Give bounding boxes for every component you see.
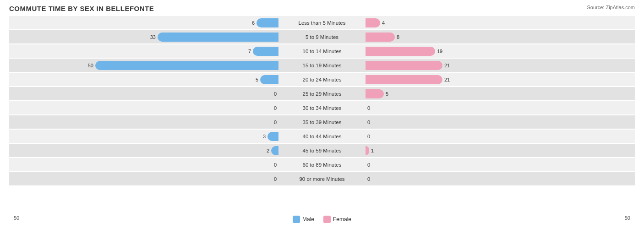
row-label: 30 to 34 Minutes xyxy=(281,105,363,111)
right-section: 8 xyxy=(363,33,635,42)
male-value: 6 xyxy=(246,20,255,26)
table-row: 0 90 or more Minutes 0 xyxy=(9,172,635,185)
left-section: 7 xyxy=(9,47,281,56)
female-bar xyxy=(366,61,442,70)
table-row: 33 5 to 9 Minutes 8 xyxy=(9,30,635,43)
legend: Male Female xyxy=(293,216,351,223)
female-value: 1 xyxy=(371,148,380,153)
table-row: 5 20 to 24 Minutes 21 xyxy=(9,73,635,86)
chart-area: 6 Less than 5 Minutes 4 33 5 to 9 Minute… xyxy=(9,16,635,213)
right-section: 21 xyxy=(363,61,635,70)
row-label: 25 to 29 Minutes xyxy=(281,91,363,97)
female-color-box xyxy=(323,216,331,223)
left-section: 50 xyxy=(9,61,281,70)
row-label: 5 to 9 Minutes xyxy=(281,34,363,40)
left-section: 2 xyxy=(9,146,281,155)
row-label: 40 to 44 Minutes xyxy=(281,134,363,139)
female-value: 0 xyxy=(367,176,377,182)
row-label: 15 to 19 Minutes xyxy=(281,63,363,68)
table-row: 6 Less than 5 Minutes 4 xyxy=(9,16,635,29)
male-value: 0 xyxy=(267,120,277,125)
female-bar xyxy=(366,146,369,155)
male-value: 7 xyxy=(242,49,251,54)
male-value: 0 xyxy=(267,176,277,182)
left-section: 33 xyxy=(9,33,281,42)
male-value: 50 xyxy=(84,63,93,68)
female-bar xyxy=(366,75,442,84)
male-bar xyxy=(158,33,278,42)
left-section: 0 xyxy=(9,160,281,169)
female-value: 0 xyxy=(367,162,377,168)
right-section: 0 xyxy=(363,174,635,184)
male-bar xyxy=(271,146,278,155)
row-label: 45 to 59 Minutes xyxy=(281,148,363,153)
male-value: 2 xyxy=(260,148,269,153)
right-section: 19 xyxy=(363,47,635,56)
chart-container: COMMUTE TIME BY SEX IN BELLEFONTE Source… xyxy=(0,0,644,239)
right-section: 1 xyxy=(363,146,635,155)
female-value: 0 xyxy=(367,134,377,139)
female-bar xyxy=(366,89,384,98)
row-label: 90 or more Minutes xyxy=(281,176,363,182)
row-label: 60 to 89 Minutes xyxy=(281,162,363,168)
male-value: 0 xyxy=(267,105,277,111)
female-bar xyxy=(366,33,395,42)
female-value: 0 xyxy=(367,120,377,125)
female-bar xyxy=(366,47,435,56)
table-row: 0 60 to 89 Minutes 0 xyxy=(9,158,635,171)
male-bar xyxy=(257,18,278,27)
right-section: 0 xyxy=(363,103,635,113)
male-bar xyxy=(95,61,278,70)
male-bar xyxy=(267,132,278,141)
axis-left-label: 50 xyxy=(14,215,19,221)
male-color-box xyxy=(293,216,300,223)
axis-right-label: 50 xyxy=(625,215,630,221)
row-label: Less than 5 Minutes xyxy=(281,20,363,26)
row-label: 20 to 24 Minutes xyxy=(281,77,363,82)
male-value: 0 xyxy=(267,91,277,97)
right-section: 0 xyxy=(363,118,635,127)
right-section: 5 xyxy=(363,89,635,98)
table-row: 7 10 to 14 Minutes 19 xyxy=(9,44,635,58)
left-section: 0 xyxy=(9,89,281,98)
row-label: 35 to 39 Minutes xyxy=(281,120,363,125)
female-value: 8 xyxy=(397,34,406,40)
left-section: 0 xyxy=(9,174,281,184)
right-section: 0 xyxy=(363,160,635,169)
female-value: 4 xyxy=(382,20,391,26)
female-value: 19 xyxy=(437,49,446,54)
legend-female: Female xyxy=(323,216,351,223)
female-label: Female xyxy=(333,216,351,223)
left-section: 3 xyxy=(9,132,281,141)
female-value: 0 xyxy=(367,105,377,111)
left-section: 0 xyxy=(9,118,281,127)
table-row: 0 25 to 29 Minutes 5 xyxy=(9,87,635,100)
female-value: 21 xyxy=(444,77,453,82)
left-section: 0 xyxy=(9,103,281,113)
row-label: 10 to 14 Minutes xyxy=(281,49,363,54)
male-label: Male xyxy=(302,216,314,223)
male-value: 33 xyxy=(147,34,156,40)
legend-male: Male xyxy=(293,216,314,223)
bottom-row: 50 Male Female 50 xyxy=(9,213,635,223)
left-section: 5 xyxy=(9,75,281,84)
table-row: 50 15 to 19 Minutes 21 xyxy=(9,59,635,72)
table-row: 0 30 to 34 Minutes 0 xyxy=(9,101,635,114)
male-value: 0 xyxy=(267,162,277,168)
table-row: 0 35 to 39 Minutes 0 xyxy=(9,115,635,129)
table-row: 3 40 to 44 Minutes 0 xyxy=(9,130,635,143)
right-section: 4 xyxy=(363,18,635,27)
female-value: 5 xyxy=(386,91,395,97)
right-section: 21 xyxy=(363,75,635,84)
male-value: 5 xyxy=(249,77,258,82)
left-section: 6 xyxy=(9,18,281,27)
male-bar xyxy=(260,75,278,84)
source-label: Source: ZipAtlas.com xyxy=(587,5,635,10)
male-bar xyxy=(253,47,278,56)
female-value: 21 xyxy=(444,63,453,68)
female-bar xyxy=(366,18,380,27)
chart-title: COMMUTE TIME BY SEX IN BELLEFONTE xyxy=(9,5,635,12)
right-section: 0 xyxy=(363,132,635,141)
table-row: 2 45 to 59 Minutes 1 xyxy=(9,144,635,157)
male-value: 3 xyxy=(257,134,266,139)
